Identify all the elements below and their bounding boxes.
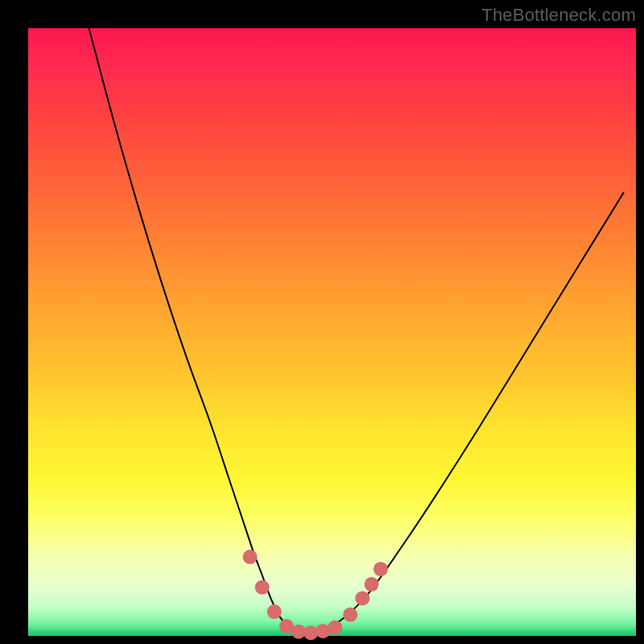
marker-dot: [365, 577, 379, 592]
marker-dot: [374, 562, 388, 576]
bottleneck-curve: [89, 28, 624, 634]
chart-svg: [28, 28, 636, 636]
marker-dot: [243, 550, 258, 564]
marker-dot: [343, 608, 357, 622]
marker-dot: [328, 620, 342, 634]
marker-dot: [355, 591, 369, 605]
marker-dot: [255, 580, 270, 595]
watermark-text: TheBottleneck.com: [481, 5, 636, 26]
marker-dot: [267, 605, 282, 619]
plot-area: [28, 28, 636, 636]
marker-dots: [243, 550, 388, 640]
outer-frame: TheBottleneck.com: [0, 0, 644, 644]
marker-dot: [303, 625, 318, 640]
